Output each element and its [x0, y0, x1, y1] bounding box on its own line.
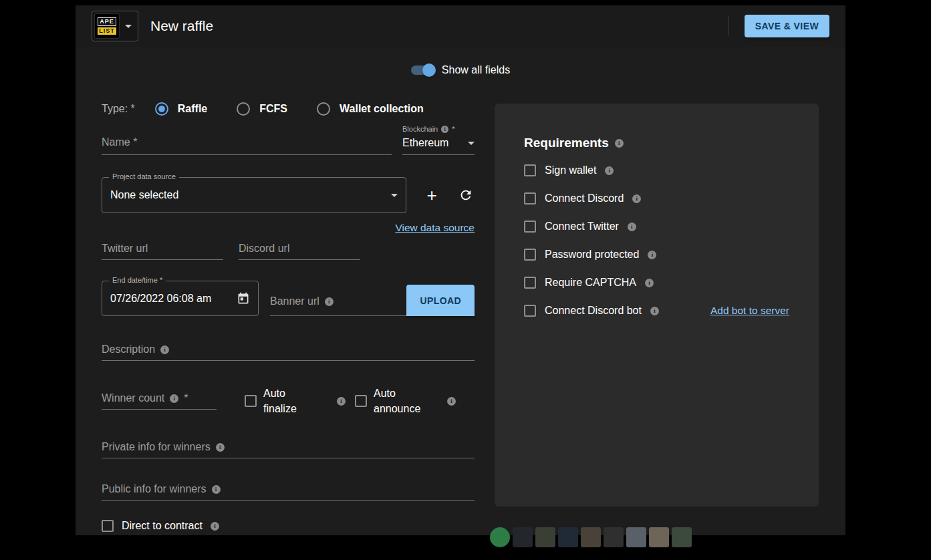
blockchain-value-row[interactable]: Ethereum [402, 137, 475, 155]
auto-finalize-checkbox[interactable] [245, 395, 257, 407]
blockchain-select[interactable]: Blockchain * Ethereum [402, 125, 475, 155]
info-icon[interactable] [632, 194, 641, 203]
connect-twitter-checkbox[interactable] [524, 221, 536, 233]
footer-thumbnails [490, 527, 692, 537]
connect-discord-checkbox[interactable] [524, 192, 536, 204]
direct-to-contract-checkbox[interactable] [102, 520, 114, 532]
requirement-label: Sign wallet [545, 164, 596, 176]
requirement-connect-discord-bot: Connect Discord bot Add bot to server [524, 305, 789, 317]
type-option-wallet-collection[interactable]: Wallet collection [317, 102, 424, 116]
twitter-url-field[interactable]: Twitter url [102, 243, 223, 260]
refresh-icon [458, 188, 473, 202]
type-option-raffle[interactable]: Raffle [155, 102, 207, 116]
top-bar: APE LIST New raffle SAVE & VIEW [76, 5, 845, 47]
radio-icon[interactable] [237, 102, 250, 116]
info-icon[interactable] [628, 223, 636, 231]
info-icon[interactable] [337, 397, 346, 406]
project-source-value: None selected [110, 189, 391, 201]
raffle-form: Type: * Raffle FCFS Wallet collection [102, 76, 475, 532]
info-icon[interactable] [650, 307, 659, 315]
requirement-label: Require CAPTCHA [545, 277, 636, 289]
info-icon[interactable] [325, 297, 334, 306]
view-data-source-row: View data source [102, 222, 475, 234]
type-label: Type: * [102, 103, 135, 115]
info-icon[interactable] [605, 166, 614, 175]
sign-wallet-checkbox[interactable] [524, 164, 536, 176]
content-row: Type: * Raffle FCFS Wallet collection [102, 76, 819, 532]
info-icon[interactable] [447, 397, 456, 406]
thumbnail-image [513, 527, 533, 547]
info-icon[interactable] [160, 345, 169, 354]
header-actions: SAVE & VIEW [728, 15, 829, 37]
private-info-placeholder: Private info for winners [102, 441, 211, 453]
info-icon[interactable] [170, 394, 178, 403]
project-source-row: Project data source None selected + [102, 177, 475, 213]
toggle-thumb [422, 63, 436, 77]
refresh-data-source-button[interactable] [458, 186, 475, 204]
name-blockchain-row: Name * Blockchain * Ethereum [102, 125, 475, 155]
social-urls-row: Twitter url Discord url [102, 243, 475, 260]
logo-text-bottom: LIST [98, 27, 116, 35]
requirements-panel: Requirements Sign wallet Connect Discord [495, 104, 819, 507]
description-field[interactable]: Description [102, 343, 475, 361]
type-option-fcfs[interactable]: FCFS [237, 102, 287, 116]
project-source-label: Project data source [109, 172, 179, 180]
chevron-down-icon [391, 194, 398, 197]
thumbnail-image [581, 527, 601, 547]
info-icon[interactable] [212, 485, 221, 494]
public-info-field[interactable]: Public info for winners [102, 483, 475, 501]
thumbnail-image [604, 527, 624, 547]
auto-announce-group: Auto announce [355, 386, 465, 416]
logo-text-top: APE [98, 17, 116, 26]
name-field-label: Name * [102, 136, 137, 148]
requirement-connect-discord: Connect Discord [524, 192, 789, 204]
calendar-icon[interactable] [237, 292, 250, 305]
auto-finalize-label: Auto finalize [263, 386, 311, 416]
private-info-field[interactable]: Private info for winners [102, 441, 475, 458]
thumbnail-image [626, 527, 646, 547]
thumbnail-image [558, 527, 578, 547]
end-datetime-field[interactable]: End date/time * 07/26/2022 06:08 am [102, 281, 259, 316]
info-icon[interactable] [645, 279, 654, 287]
project-data-source-select[interactable]: Project data source None selected [102, 177, 406, 213]
info-icon[interactable] [211, 522, 219, 531]
description-placeholder: Description [102, 343, 155, 356]
info-icon[interactable] [615, 139, 624, 148]
requirement-label: Password protected [545, 249, 639, 261]
show-all-fields-toggle[interactable] [411, 65, 434, 75]
requirement-label: Connect Discord bot [545, 305, 642, 317]
winner-row: Winner count * Auto finalize Auto announ… [102, 386, 475, 416]
discord-url-field[interactable]: Discord url [239, 243, 360, 260]
name-field[interactable]: Name * [102, 136, 392, 155]
requirements-title: Requirements [524, 136, 609, 150]
discord-url-placeholder: Discord url [239, 243, 289, 255]
auto-announce-checkbox[interactable] [355, 395, 367, 407]
add-bot-to-server-link[interactable]: Add bot to server [710, 305, 789, 317]
add-data-source-button[interactable]: + [424, 186, 440, 204]
auto-finalize-group: Auto finalize [245, 386, 355, 416]
upload-button[interactable]: UPLOAD [406, 285, 475, 316]
password-protected-checkbox[interactable] [524, 249, 536, 261]
plus-icon: + [427, 188, 437, 202]
banner-url-field[interactable]: Banner url [270, 295, 406, 316]
info-icon[interactable] [648, 251, 656, 259]
connect-discord-bot-checkbox[interactable] [524, 305, 536, 317]
save-and-view-button[interactable]: SAVE & VIEW [745, 15, 829, 37]
require-captcha-checkbox[interactable] [524, 277, 536, 289]
banner-url-placeholder: Banner url [270, 295, 319, 307]
info-icon[interactable] [441, 126, 448, 133]
radio-icon[interactable] [317, 102, 330, 116]
blockchain-label: Blockchain [402, 125, 438, 133]
project-switcher[interactable]: APE LIST [92, 11, 138, 41]
winner-count-placeholder: Winner count [102, 392, 164, 404]
view-data-source-link[interactable]: View data source [395, 222, 475, 233]
winner-count-field[interactable]: Winner count * [102, 392, 217, 410]
radio-selected-icon[interactable] [155, 102, 168, 116]
info-icon[interactable] [216, 443, 225, 452]
blockchain-required-asterisk: * [452, 125, 454, 133]
requirement-label: Connect Twitter [545, 221, 619, 233]
blockchain-value: Ethereum [402, 137, 448, 149]
thumbnail-image [649, 527, 669, 547]
page-title: New raffle [150, 18, 213, 34]
thumbnail-image [490, 527, 510, 547]
